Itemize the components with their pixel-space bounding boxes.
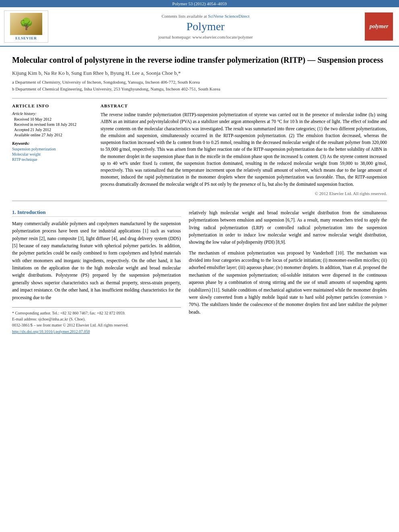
left-column: 1. Introduction Many commercially availa…: [12, 209, 181, 335]
corresponding-author-footnote: * Corresponding author. Tel.: +82 32 860…: [12, 310, 181, 316]
elsevier-brand: ELSEVIER: [15, 36, 37, 40]
elsevier-tree-logo: [10, 13, 42, 35]
journal-volume-text: Polymer 53 (2012) 4054–4059: [172, 1, 226, 6]
footnote-section: * Corresponding author. Tel.: +82 32 860…: [12, 307, 181, 335]
page-wrapper: Polymer 53 (2012) 4054–4059 ELSEVIER Con…: [0, 0, 399, 532]
keyword-3: RITP technique: [12, 157, 93, 162]
sciverse-link[interactable]: SciVerse ScienceDirect: [208, 14, 249, 18]
affiliations: a Department of Chemistry, University of…: [12, 79, 387, 92]
journal-title-area: Contents lists available at SciVerse Sci…: [52, 10, 359, 43]
keywords-heading: Keywords:: [12, 141, 93, 146]
journal-homepage: journal homepage: www.elsevier.com/locat…: [158, 35, 253, 39]
intro-paragraph-3: The mechanism of emulsion polymerization…: [189, 249, 387, 316]
article-info-heading: ARTICLE INFO: [12, 103, 93, 108]
received-date: Received 10 May 2012: [14, 117, 93, 121]
email-footnote: E-mail address: sjchoe@inha.ac.kr (S. Ch…: [12, 316, 181, 322]
elsevier-logo: ELSEVIER: [4, 10, 48, 43]
article-title: Molecular control of polystyrene in the …: [12, 55, 387, 65]
right-column: relatively high molecular weight and bro…: [189, 209, 387, 335]
intro-paragraph-1: Many commercially available polymers and…: [12, 220, 181, 301]
copyright-line: © 2012 Elsevier Ltd. All rights reserved…: [101, 191, 387, 196]
polymer-logo-area: polymer: [363, 10, 395, 43]
abstract-section: ABSTRACT The reverse iodine transfer pol…: [101, 103, 387, 196]
authors-text: Kijung Kim b, Na Re Ko b, Sung Eun Rhee …: [12, 70, 181, 76]
keyword-1: Suspension polymerization: [12, 147, 93, 151]
keyword-2: Molecular weight: [12, 152, 93, 156]
abstract-text: The reverse iodine transfer polymerizati…: [101, 111, 387, 188]
accepted-date: Accepted 21 July 2012: [14, 127, 93, 132]
available-date: Available online 27 July 2012: [14, 133, 93, 137]
sciverse-line: Contents lists available at SciVerse Sci…: [162, 14, 249, 18]
keywords-section: Keywords: Suspension polymerization Mole…: [12, 141, 93, 162]
abstract-heading: ABSTRACT: [101, 103, 387, 108]
revised-date: Received in revised form 18 July 2012: [14, 122, 93, 127]
article-info-section: ARTICLE INFO Article history: Received 1…: [12, 103, 93, 196]
email-text: E-mail address: sjchoe@inha.ac.kr (S. Ch…: [12, 317, 86, 321]
authors-line: Kijung Kim b, Na Re Ko b, Sung Eun Rhee …: [12, 70, 387, 76]
affiliation-a: a Department of Chemistry, University of…: [12, 79, 387, 86]
introduction-heading: 1. Introduction: [12, 209, 181, 217]
intro-paragraph-2: relatively high molecular weight and bro…: [189, 209, 387, 246]
polymer-brand-logo: polymer: [365, 12, 393, 41]
article-content: Molecular control of polystyrene in the …: [0, 47, 399, 343]
history-label: Article history:: [12, 111, 93, 116]
doi-footnote: http://dx.doi.org/10.1016/j.polymer.2012…: [12, 328, 181, 335]
sciverse-prefix: Contents lists available at: [162, 14, 208, 18]
journal-header: ELSEVIER Contents lists available at Sci…: [0, 7, 399, 47]
journal-identifier: Polymer 53 (2012) 4054–4059: [0, 0, 399, 7]
article-body: 1. Introduction Many commercially availa…: [12, 209, 387, 335]
info-columns: ARTICLE INFO Article history: Received 1…: [12, 98, 387, 201]
journal-name: Polymer: [187, 20, 225, 33]
doi-link[interactable]: http://dx.doi.org/10.1016/j.polymer.2012…: [12, 329, 90, 334]
issn-footnote: 0032-3861/$ – see front matter © 2012 El…: [12, 322, 181, 328]
affiliation-b: b Department of Chemical Engineering, In…: [12, 86, 387, 92]
